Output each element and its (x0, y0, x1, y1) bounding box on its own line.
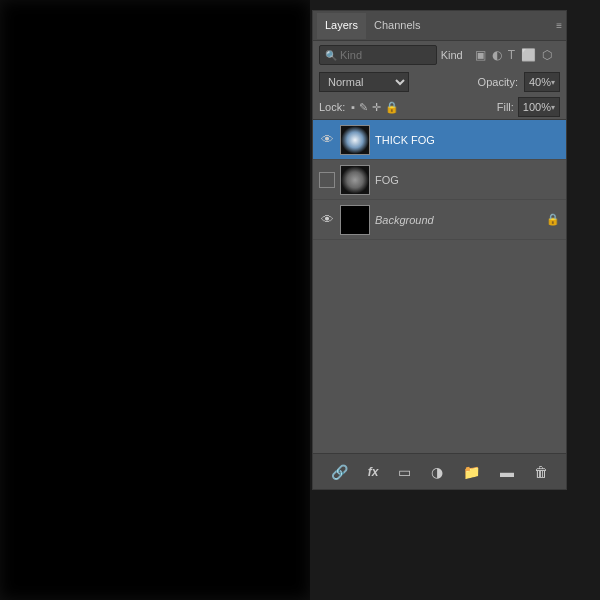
search-input[interactable] (340, 49, 431, 61)
link-icon[interactable]: 🔗 (327, 462, 352, 482)
layers-list: 👁 THICK FOG FOG 👁 Background 🔒 (313, 120, 566, 453)
layer-visibility-background[interactable]: 👁 (319, 212, 335, 227)
layer-visibility-thick-fog[interactable]: 👁 (319, 132, 335, 147)
tab-channels[interactable]: Channels (366, 13, 428, 39)
fill-dropdown-arrow: ▾ (551, 103, 555, 112)
shape-filter-icon[interactable]: ⬜ (521, 48, 536, 62)
canvas-texture (0, 0, 310, 600)
pixel-filter-icon[interactable]: ▣ (475, 48, 486, 62)
layers-panel: Layers Channels ≡ 🔍 Kind ▣ ◐ T ⬜ ⬡ Norma… (312, 10, 567, 490)
layer-name-fog: FOG (375, 174, 560, 186)
panel-tabs: Layers Channels ≡ (313, 11, 566, 41)
lock-row: Lock: ▪ ✎ ✛ 🔒 Fill: 100% ▾ (313, 95, 566, 120)
fx-button[interactable]: fx (364, 463, 383, 481)
opacity-label: Opacity: (478, 76, 518, 88)
fill-label: Fill: (497, 101, 514, 113)
lock-label: Lock: (319, 101, 345, 113)
adjustment-filter-icon[interactable]: ◐ (492, 48, 502, 62)
lock-all-icon[interactable]: 🔒 (385, 101, 399, 114)
search-row: 🔍 Kind ▣ ◐ T ⬜ ⬡ (313, 41, 566, 69)
layer-item-thick-fog[interactable]: 👁 THICK FOG (313, 120, 566, 160)
blend-row: Normal Opacity: 40% ▾ (313, 69, 566, 95)
layer-name-background: Background (375, 214, 541, 226)
tab-layers[interactable]: Layers (317, 13, 366, 39)
panel-toolbar: 🔗 fx ▭ ◑ 📁 ▬ 🗑 (313, 453, 566, 489)
fill-value[interactable]: 100% (523, 101, 551, 113)
layer-item-background[interactable]: 👁 Background 🔒 (313, 200, 566, 240)
new-layer-mask-icon[interactable]: ▭ (394, 462, 415, 482)
layer-visibility-fog[interactable] (319, 172, 335, 188)
opacity-dropdown-arrow: ▾ (551, 78, 555, 87)
delete-layer-icon[interactable]: 🗑 (530, 462, 552, 482)
kind-label: Kind (441, 49, 463, 61)
layer-thumb-fog (340, 165, 370, 195)
layer-lock-background-icon: 🔒 (546, 213, 560, 226)
lock-move-icon[interactable]: ✛ (372, 101, 381, 114)
layer-name-thick-fog: THICK FOG (375, 134, 560, 146)
type-filter-icon[interactable]: T (508, 48, 515, 62)
layer-thumb-thick-fog (340, 125, 370, 155)
search-box[interactable]: 🔍 (319, 45, 437, 65)
new-group-icon[interactable]: 📁 (459, 462, 484, 482)
layer-thumb-background (340, 205, 370, 235)
new-layer-icon[interactable]: ▬ (496, 462, 518, 482)
layer-item-fog[interactable]: FOG (313, 160, 566, 200)
smart-filter-icon[interactable]: ⬡ (542, 48, 552, 62)
search-icon: 🔍 (325, 50, 337, 61)
blend-mode-dropdown[interactable]: Normal (319, 72, 409, 92)
opacity-value[interactable]: 40% (529, 76, 551, 88)
lock-paint-icon[interactable]: ✎ (359, 101, 368, 114)
canvas-area (0, 0, 310, 600)
lock-pixel-icon[interactable]: ▪ (351, 101, 355, 113)
filter-icons: ▣ ◐ T ⬜ ⬡ (467, 46, 560, 64)
lock-icons: ▪ ✎ ✛ 🔒 (351, 101, 399, 114)
panel-menu-icon[interactable]: ≡ (556, 20, 562, 31)
adjustment-layer-icon[interactable]: ◑ (427, 462, 447, 482)
